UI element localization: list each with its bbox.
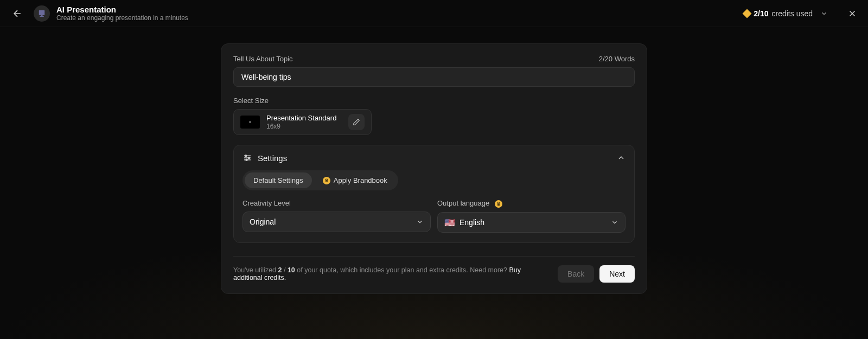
- word-count: 2/20 Words: [599, 55, 635, 63]
- language-label: Output language ♛: [437, 199, 626, 208]
- tab-default-settings[interactable]: Default Settings: [245, 172, 312, 188]
- app-logo-icon: [34, 5, 50, 22]
- svg-point-6: [245, 155, 247, 157]
- topic-label: Tell Us About Topic: [233, 55, 293, 63]
- size-aspect: 16x9: [266, 123, 336, 130]
- chevron-down-icon: [611, 219, 618, 226]
- language-value: English: [459, 218, 484, 227]
- tab-brandbook-label: Apply Brandbook: [334, 176, 387, 184]
- quota-sep: /: [282, 266, 288, 274]
- close-icon: [847, 9, 857, 18]
- creativity-value: Original: [250, 218, 276, 226]
- sliders-icon: [242, 153, 252, 163]
- quota-post: of your quota, which includes your plan …: [295, 266, 509, 274]
- svg-point-7: [248, 157, 250, 159]
- app-header: AI Presentation Create an engaging prese…: [0, 0, 868, 27]
- size-label: Select Size: [233, 97, 269, 105]
- crown-icon: ♛: [495, 200, 502, 208]
- quota-pre: You've utilized: [233, 266, 278, 274]
- settings-section: Settings Default Settings ♛ Apply Brandb…: [233, 145, 635, 243]
- edit-size-button[interactable]: [348, 114, 365, 130]
- svg-rect-2: [40, 16, 44, 17]
- flag-icon: 🇺🇸: [444, 218, 455, 228]
- size-card[interactable]: Presentation Standard 16x9: [233, 109, 372, 135]
- tab-default-label: Default Settings: [253, 176, 303, 184]
- close-button[interactable]: [847, 9, 857, 18]
- app-subtitle: Create an engaging presentation in a min…: [56, 14, 188, 22]
- credits-count: 2/10: [754, 9, 768, 18]
- next-button[interactable]: Next: [599, 265, 635, 283]
- svg-point-8: [246, 159, 247, 161]
- title-block: AI Presentation Create an engaging prese…: [56, 5, 188, 22]
- topic-input[interactable]: [233, 67, 635, 87]
- settings-title: Settings: [258, 153, 287, 163]
- back-button-footer[interactable]: Back: [558, 265, 594, 283]
- credits-indicator[interactable]: 2/10 credits used: [744, 9, 829, 18]
- creativity-label: Creativity Level: [242, 199, 431, 207]
- chevron-up-icon: [617, 153, 626, 162]
- panel-footer: You've utilized 2 / 10 of your quota, wh…: [233, 256, 635, 283]
- pencil-icon: [353, 118, 360, 126]
- chevron-down-icon: [416, 218, 424, 226]
- diamond-icon: [743, 9, 752, 18]
- size-name: Presentation Standard: [266, 114, 336, 123]
- creativity-select[interactable]: Original: [242, 212, 431, 232]
- language-label-text: Output language: [437, 199, 489, 207]
- quota-text: You've utilized 2 / 10 of your quota, wh…: [233, 266, 547, 282]
- crown-icon: ♛: [323, 177, 330, 184]
- settings-tabs: Default Settings ♛ Apply Brandbook: [242, 170, 398, 190]
- quota-used: 2: [278, 266, 282, 274]
- chevron-down-icon: [819, 9, 829, 18]
- svg-rect-1: [41, 15, 43, 16]
- size-thumbnail-icon: [240, 116, 260, 129]
- credits-label: credits used: [772, 9, 813, 18]
- back-button[interactable]: [11, 7, 24, 20]
- tab-apply-brandbook[interactable]: ♛ Apply Brandbook: [314, 172, 396, 188]
- main-panel: Tell Us About Topic 2/20 Words Select Si…: [221, 43, 647, 294]
- quota-total: 10: [288, 266, 295, 274]
- arrow-left-icon: [12, 8, 23, 19]
- svg-rect-0: [39, 10, 45, 15]
- app-title: AI Presentation: [56, 5, 188, 14]
- language-select[interactable]: 🇺🇸 English: [437, 212, 626, 233]
- settings-toggle[interactable]: Settings: [242, 153, 626, 163]
